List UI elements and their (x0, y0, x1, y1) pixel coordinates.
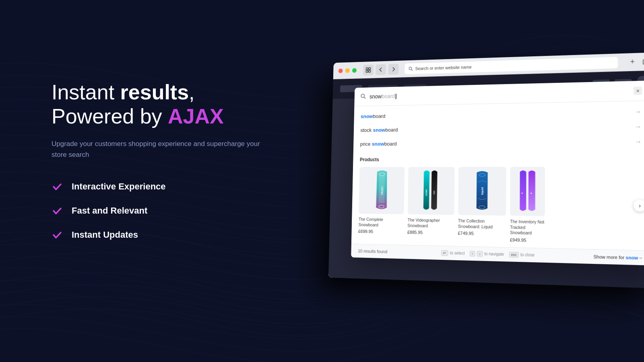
feature-instant: Instant Updates (52, 229, 261, 241)
feature-label-interactive: Interactive Experience (72, 181, 166, 192)
kbd-up: ↑ (469, 251, 475, 257)
address-bar-text: Search or enter website name (415, 64, 472, 71)
product-name-4: The Inventory Not Tracked Snowboard (510, 219, 545, 236)
check-icon-fast (52, 205, 63, 216)
traffic-light-green[interactable] (352, 68, 357, 73)
product-name-2: The Videographer Snowboard (407, 218, 454, 229)
svg-point-4 (409, 67, 412, 70)
browser-actions: + (627, 56, 644, 67)
product-price-1: £699.95 (358, 229, 404, 234)
search-typed-text: snowboard (369, 88, 629, 100)
products-label: Products (360, 156, 642, 162)
product-name-3: The Collection Snowboard: Liquid (458, 218, 506, 230)
tab-grid-button[interactable] (363, 64, 374, 75)
search-query-rest: board (382, 93, 395, 99)
product-price-2: £885.95 (407, 230, 454, 236)
back-button[interactable] (376, 64, 386, 75)
feature-fast: Fast and Relevant (52, 205, 261, 216)
product-price-3: £749.95 (458, 231, 506, 237)
show-more-arrow: → (638, 255, 643, 261)
svg-point-7 (361, 94, 364, 98)
browser-content: s Ski snowboard ✕ (328, 70, 644, 288)
product-image-2: HYDRO GEN (408, 167, 455, 215)
search-query: snow (369, 93, 382, 100)
svg-text:HYDRO: HYDRO (425, 189, 427, 196)
headline-line2-pre: Powered by (52, 105, 168, 128)
svg-rect-1 (369, 68, 371, 70)
search-close-button[interactable]: ✕ (634, 86, 642, 95)
kbd-enter: ↵ (441, 250, 448, 256)
search-icon-modal (360, 93, 366, 100)
features-list: Interactive Experience Fast and Relevant… (52, 181, 261, 241)
headline-ajax: AJAX (168, 105, 224, 128)
headline-bold: results (120, 80, 189, 104)
text-cursor (395, 94, 396, 99)
show-more-term: snow (625, 255, 638, 260)
product-name-1: The Complete Snowboard (358, 217, 404, 228)
kbd-esc: esc (509, 252, 518, 258)
subtitle: Upgrade your customers shopping experien… (52, 138, 261, 160)
feature-label-instant: Instant Updates (72, 230, 138, 240)
show-more-pre: Show more for (594, 254, 626, 260)
suggestion-text-2: stock snowboard (360, 127, 398, 133)
feature-label-fast: Fast and Relevant (72, 206, 147, 216)
product-card-4[interactable]: ★ ★ The Inventory Not Tracked Snowboard … (510, 167, 545, 243)
forward-button[interactable] (388, 64, 398, 74)
check-icon-instant (52, 229, 63, 241)
svg-line-8 (364, 97, 365, 99)
products-section: Products (351, 152, 644, 250)
product-card-3[interactable]: liquid The Collection Snowboard: Liquid … (458, 167, 506, 237)
headline-part2: , (189, 80, 194, 104)
browser-controls (363, 64, 399, 75)
kbd-navigate-label: to navigate (484, 252, 504, 257)
suggestion-price-snowboard[interactable]: price snowboard → (353, 134, 644, 151)
svg-rect-0 (366, 68, 368, 70)
svg-line-5 (411, 69, 413, 70)
browser-outer: Search or enter website name + (328, 52, 644, 288)
svg-rect-2 (366, 70, 368, 72)
feature-interactive: Interactive Experience (52, 181, 261, 192)
headline: Instant results, Powered by AJAX (52, 80, 261, 129)
check-icon-interactive (52, 181, 63, 192)
product-card-2[interactable]: HYDRO GEN The Videographer Snowboard £88… (407, 167, 455, 236)
product-card-1[interactable]: FACILY The Complete Snowboard £699.95 (358, 167, 405, 234)
browser-mockup: Search or enter website name + (328, 52, 644, 288)
windows-button[interactable] (641, 56, 644, 66)
products-grid: FACILY The Complete Snowboard £699.95 (358, 167, 643, 245)
kbd-navigate: ↑ ↓ to navigate (469, 251, 504, 257)
address-bar[interactable]: Search or enter website name (405, 57, 618, 74)
product-image-4: ★ ★ (510, 167, 545, 216)
traffic-light-yellow[interactable] (345, 68, 350, 73)
left-content: Instant results, Powered by AJAX Upgrade… (52, 80, 261, 241)
arrow-icon-1: → (634, 108, 641, 116)
products-next-arrow[interactable]: › (634, 200, 644, 212)
suggestion-text-1: snowboard (361, 113, 385, 119)
keyboard-hints: ↵ to select ↑ ↓ to navigate esc to close (441, 250, 535, 258)
product-price-4: £949.95 (510, 237, 545, 243)
svg-text:FACILY: FACILY (380, 186, 383, 195)
product-image-3: liquid (458, 167, 506, 216)
kbd-close: esc to close (509, 252, 535, 258)
kbd-select-label: to select (450, 251, 465, 256)
search-modal: snowboard ✕ snowboard → stock snowboard … (351, 80, 644, 265)
headline-part1: Instant (52, 80, 120, 104)
svg-text:liquid: liquid (481, 187, 484, 195)
suggestion-text-3: price snowboard (360, 141, 397, 147)
suggestions-list: snowboard → stock snowboard → price snow… (353, 101, 644, 154)
kbd-select: ↵ to select (441, 250, 464, 257)
product-image-1: FACILY (359, 167, 405, 214)
svg-rect-3 (369, 70, 371, 72)
kbd-down: ↓ (477, 251, 483, 257)
new-tab-button[interactable]: + (627, 57, 638, 67)
traffic-light-red[interactable] (339, 68, 343, 73)
svg-text:GEN: GEN (433, 191, 436, 195)
show-more-link[interactable]: Show more for snow→ (594, 254, 643, 261)
arrow-icon-2: → (635, 123, 642, 131)
kbd-close-label: to close (520, 253, 535, 257)
arrow-icon-3: → (635, 138, 642, 146)
traffic-lights (339, 68, 357, 73)
results-count: 10 results found (358, 249, 387, 254)
